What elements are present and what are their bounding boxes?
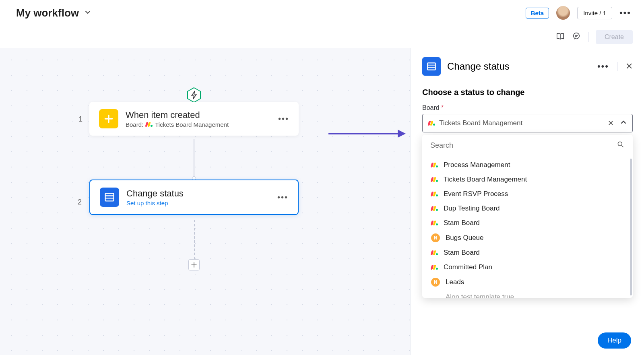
close-icon[interactable]: ✕ bbox=[625, 61, 633, 72]
dropdown-option[interactable]: NBugs Queue bbox=[422, 230, 633, 246]
step-card-trigger[interactable]: When item created Board: Tickets Board M… bbox=[89, 102, 299, 136]
search-row bbox=[422, 135, 633, 156]
monday-icon bbox=[431, 265, 438, 270]
dropdown-option[interactable]: Dup Testing Board bbox=[422, 201, 633, 216]
search-input[interactable] bbox=[430, 141, 617, 150]
letter-badge-icon: N bbox=[431, 278, 440, 287]
monday-icon bbox=[431, 192, 438, 196]
side-panel: Change status ••• ✕ Choose a status to c… bbox=[411, 48, 644, 355]
board-select-value: Tickets Board Management bbox=[439, 119, 601, 127]
monday-icon bbox=[431, 177, 438, 182]
monday-icon bbox=[431, 221, 438, 225]
book-icon[interactable] bbox=[556, 32, 565, 42]
board-icon bbox=[100, 188, 119, 207]
svg-marker-1 bbox=[188, 88, 200, 102]
app-header: My workflow Beta Invite / 1 ••• bbox=[0, 0, 644, 26]
svg-rect-5 bbox=[427, 63, 436, 70]
field-label-board: Board* bbox=[422, 104, 633, 111]
option-label: Process Management bbox=[444, 161, 510, 169]
step-number: 2 bbox=[78, 198, 82, 206]
board-select[interactable]: Tickets Board Management ✕ bbox=[422, 114, 633, 132]
connector-line bbox=[194, 139, 194, 179]
dropdown-option[interactable]: Process Management bbox=[422, 158, 633, 172]
dropdown-option[interactable]: Tickets Board Management bbox=[422, 172, 633, 187]
step-card-action[interactable]: Change status Set up this step ••• bbox=[89, 180, 299, 215]
avatar[interactable] bbox=[556, 6, 570, 20]
step-subtitle: Board: Tickets Board Management bbox=[126, 121, 271, 128]
divider bbox=[617, 62, 617, 71]
more-menu-icon[interactable]: ••• bbox=[619, 8, 631, 18]
option-label: Stam Board bbox=[444, 249, 480, 257]
monday-icon bbox=[431, 250, 438, 255]
step-more-icon[interactable]: ••• bbox=[277, 193, 288, 202]
search-icon[interactable] bbox=[617, 140, 625, 150]
monday-icon bbox=[431, 163, 438, 167]
option-label: Stam Board bbox=[444, 219, 480, 227]
option-label: Dup Testing Board bbox=[444, 204, 500, 213]
step-board-name: Tickets Board Management bbox=[155, 121, 229, 128]
step-title: When item created bbox=[126, 110, 271, 120]
dropdown-option[interactable]: Stam Board bbox=[422, 246, 633, 260]
clear-icon[interactable]: ✕ bbox=[605, 119, 616, 128]
monday-icon bbox=[431, 206, 438, 211]
monday-icon bbox=[146, 122, 153, 127]
svg-marker-4 bbox=[398, 130, 406, 138]
dropdown-option[interactable]: Stam Board bbox=[422, 216, 633, 230]
create-button[interactable]: Create bbox=[596, 30, 633, 44]
board-icon bbox=[422, 57, 441, 76]
svg-point-6 bbox=[618, 142, 622, 146]
trigger-icon bbox=[186, 87, 202, 103]
panel-more-icon[interactable]: ••• bbox=[597, 61, 609, 72]
sub-header: Create bbox=[0, 26, 644, 48]
option-label: Leads bbox=[446, 278, 464, 286]
add-step-button[interactable] bbox=[188, 259, 200, 270]
board-dropdown: Process ManagementTickets Board Manageme… bbox=[422, 135, 633, 298]
svg-rect-2 bbox=[105, 194, 114, 201]
chevron-up-icon[interactable] bbox=[620, 119, 627, 127]
section-title: Choose a status to change bbox=[422, 88, 633, 97]
panel-title: Change status bbox=[447, 61, 591, 72]
chevron-down-icon[interactable] bbox=[85, 9, 91, 17]
field-label-text: Board bbox=[422, 104, 440, 111]
letter-badge-icon: N bbox=[431, 233, 440, 242]
setup-step-link[interactable]: Set up this step bbox=[126, 200, 270, 206]
svg-point-0 bbox=[574, 33, 580, 39]
option-list[interactable]: Process ManagementTickets Board Manageme… bbox=[422, 156, 633, 298]
beta-badge: Beta bbox=[526, 8, 549, 19]
workflow-canvas[interactable]: 1 When item created Board: Tickets Board… bbox=[0, 48, 411, 355]
arrow-annotation bbox=[326, 126, 407, 143]
connector-dashed bbox=[194, 220, 195, 259]
dropdown-option[interactable]: Event RSVP Process bbox=[422, 187, 633, 201]
dropdown-option[interactable]: NLeads bbox=[422, 275, 633, 290]
workflow-title[interactable]: My workflow bbox=[16, 7, 79, 19]
step-more-icon[interactable]: ••• bbox=[278, 114, 289, 124]
monday-icon bbox=[428, 121, 435, 126]
chat-icon[interactable] bbox=[572, 32, 581, 42]
option-label: Tickets Board Management bbox=[444, 175, 527, 184]
required-asterisk: * bbox=[441, 104, 444, 111]
step-title: Change status bbox=[126, 188, 270, 199]
dropdown-option[interactable]: Committed Plan bbox=[422, 260, 633, 275]
divider bbox=[588, 32, 588, 42]
plus-icon bbox=[99, 109, 118, 128]
option-label: Committed Plan bbox=[444, 263, 492, 271]
invite-button[interactable]: Invite / 1 bbox=[577, 7, 612, 19]
option-label: Event RSVP Process bbox=[444, 190, 508, 198]
help-button[interactable]: Help bbox=[598, 332, 631, 349]
step-sub-prefix: Board: bbox=[126, 121, 143, 128]
dropdown-option-partial: Alon test template true bbox=[422, 290, 633, 298]
option-label: Bugs Queue bbox=[446, 234, 484, 242]
step-number: 1 bbox=[78, 115, 83, 124]
